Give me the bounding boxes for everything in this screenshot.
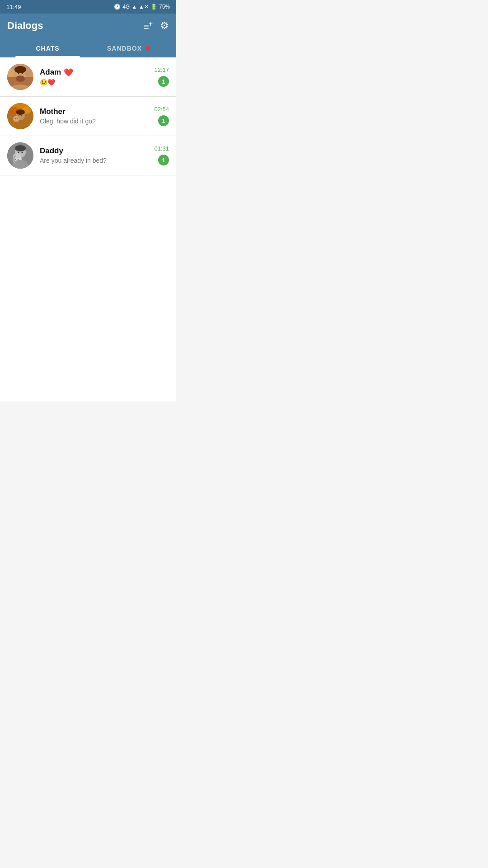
svg-point-28: [15, 159, 16, 160]
svg-point-18: [21, 115, 22, 116]
signal-x-icon: ▲✕: [139, 4, 149, 10]
empty-area: [0, 175, 176, 401]
status-time: 11:49: [6, 4, 21, 10]
chat-item-daddy[interactable]: Daddy Are you already in bed? 01:31 1: [0, 136, 176, 175]
header-top: Dialogs ≡+ ⚙: [7, 20, 169, 39]
svg-point-3: [16, 75, 25, 82]
chat-meta-mother: 02:54 1: [154, 106, 169, 126]
svg-point-6: [25, 72, 28, 75]
svg-point-7: [18, 72, 19, 74]
svg-point-26: [18, 151, 19, 153]
header-actions: ≡+ ⚙: [144, 20, 169, 32]
unread-badge-mother: 1: [158, 115, 169, 126]
app-header: Dialogs ≡+ ⚙ CHATS SANDBOX: [0, 14, 176, 57]
svg-point-16: [16, 109, 25, 115]
chat-list: Adam ❤️ 😉❤️ 12:17 1: [0, 57, 176, 175]
chat-preview-adam: 😉❤️: [40, 79, 154, 86]
chat-item-mother[interactable]: Mother Oleg, how did it go? 02:54 1: [0, 97, 176, 136]
battery-icon: 🔋: [150, 4, 157, 10]
svg-point-23: [15, 145, 26, 151]
chat-meta-daddy: 01:31 1: [154, 145, 169, 165]
unread-badge-adam: 1: [158, 76, 169, 87]
signal-icon: ▲: [131, 4, 137, 10]
chat-preview-mother: Oleg, how did it go?: [40, 118, 154, 125]
svg-point-19: [15, 118, 16, 119]
chat-preview-daddy: Are you already in bed?: [40, 157, 154, 164]
chat-time-adam: 12:17: [154, 66, 169, 73]
svg-point-29: [18, 159, 19, 160]
chat-meta-adam: 12:17 1: [154, 66, 169, 87]
chat-time-daddy: 01:31: [154, 145, 169, 152]
new-chat-button[interactable]: ≡+: [144, 20, 152, 32]
svg-point-15: [13, 116, 19, 122]
svg-point-8: [22, 72, 23, 74]
battery-percent: 75%: [159, 4, 170, 10]
unread-badge-daddy: 1: [158, 155, 169, 165]
chat-time-mother: 02:54: [154, 106, 169, 113]
chat-body-adam: Adam ❤️ 😉❤️: [40, 68, 154, 86]
avatar-daddy: [7, 142, 33, 169]
tab-sandbox[interactable]: SANDBOX: [88, 39, 169, 57]
chat-name-daddy: Daddy: [40, 146, 154, 156]
page-title: Dialogs: [7, 20, 43, 32]
svg-point-20: [17, 118, 18, 119]
chat-name-mother: Mother: [40, 107, 154, 116]
avatar-adam: [7, 64, 33, 90]
chat-name-adam: Adam ❤️: [40, 68, 154, 77]
svg-point-4: [14, 66, 26, 73]
tab-bar: CHATS SANDBOX: [7, 39, 169, 57]
avatar-mother: [7, 103, 33, 129]
settings-button[interactable]: ⚙: [160, 20, 169, 32]
network-label: 4G: [122, 4, 130, 10]
chat-body-mother: Mother Oleg, how did it go?: [40, 107, 154, 125]
tab-chats[interactable]: CHATS: [7, 39, 88, 57]
svg-point-27: [22, 151, 23, 153]
alarm-icon: 🕐: [114, 4, 121, 10]
status-bar: 11:49 🕐 4G ▲ ▲✕ 🔋 75%: [0, 0, 176, 14]
chat-body-daddy: Daddy Are you already in bed?: [40, 146, 154, 164]
sandbox-dot-indicator: [145, 46, 150, 51]
svg-point-17: [19, 115, 19, 116]
heart-emoji: ❤️: [64, 68, 73, 77]
chat-item-adam[interactable]: Adam ❤️ 😉❤️ 12:17 1: [0, 57, 176, 97]
status-icons: 🕐 4G ▲ ▲✕ 🔋 75%: [114, 4, 170, 10]
